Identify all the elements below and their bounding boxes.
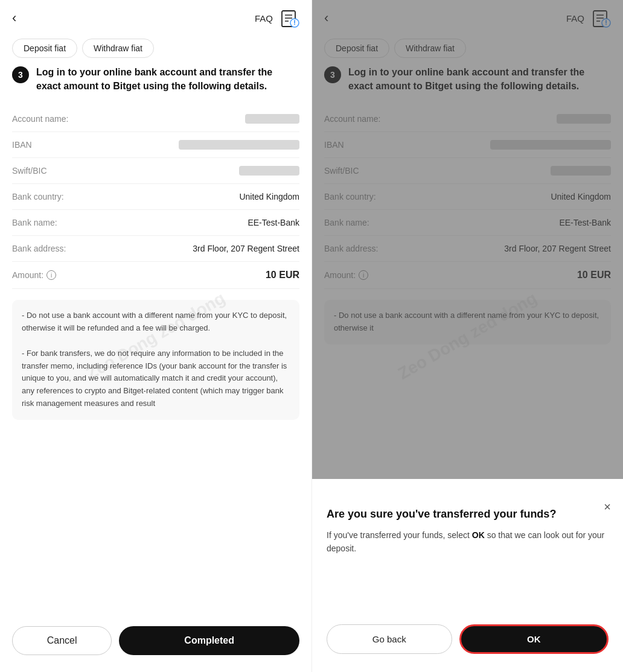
ok-button[interactable]: OK (459, 624, 609, 654)
left-tab-withdraw[interactable]: Withdraw fiat (82, 39, 154, 58)
right-panel: Zeo Dong zed dong ‹ FAQ Deposit fiat Wit… (312, 0, 623, 672)
right-tab-withdraw[interactable]: Withdraw fiat (394, 39, 466, 58)
right-detail-bank-address: Bank address: 3rd Floor, 207 Regent Stre… (324, 236, 611, 262)
right-step-number: 3 (324, 66, 341, 83)
detail-swift: Swift/BIC (12, 158, 299, 184)
right-detail-amount-value: 10 EUR (577, 270, 611, 281)
right-header-right: FAQ (566, 8, 611, 28)
left-header-icon[interactable] (280, 8, 299, 28)
completed-button[interactable]: Completed (119, 626, 299, 655)
right-detail-iban-label: IBAN (324, 140, 344, 150)
left-tabs: Deposit fiat Withdraw fiat (0, 34, 312, 65)
right-amount-info-icon[interactable]: i (359, 270, 368, 280)
right-detail-iban: IBAN (324, 132, 611, 158)
detail-swift-value (239, 166, 299, 176)
right-detail-bank-name-label: Bank name: (324, 218, 369, 227)
left-bottom-bar: Cancel Completed (0, 618, 312, 672)
amount-info-icon[interactable]: i (46, 270, 56, 280)
detail-account-name-value (245, 114, 299, 124)
detail-bank-country-value: United Kingdom (239, 192, 299, 201)
right-detail-account-name: Account name: (324, 106, 611, 132)
right-detail-bank-address-label: Bank address: (324, 244, 379, 253)
detail-iban-label: IBAN (12, 140, 32, 150)
detail-bank-name: Bank name: EE-Test-Bank (12, 210, 299, 236)
right-back-button[interactable]: ‹ (324, 10, 328, 26)
right-detail-bank-country-value: United Kingdom (551, 192, 611, 201)
modal-title: Are you sure you've transferred your fun… (327, 508, 609, 521)
left-faq-label[interactable]: FAQ (255, 13, 273, 24)
detail-amount-label: Amount: i (12, 270, 56, 280)
right-detail-swift-value (551, 166, 611, 176)
detail-amount: Amount: i 10 EUR (12, 262, 299, 289)
left-step-header: 3 Log in to your online bank account and… (12, 65, 299, 93)
svg-point-13 (605, 24, 607, 25)
right-detail-account-name-label: Account name: (324, 114, 380, 124)
detail-bank-address: Bank address: 3rd Floor, 207 Regent Stre… (12, 236, 299, 262)
detail-bank-country: Bank country: United Kingdom (12, 184, 299, 210)
detail-account-name: Account name: (12, 106, 299, 132)
right-detail-bank-name-value: EE-Test-Bank (559, 218, 611, 227)
detail-amount-value: 10 EUR (266, 270, 299, 281)
left-back-button[interactable]: ‹ (12, 10, 16, 26)
detail-bank-name-label: Bank name: (12, 218, 57, 227)
left-header: ‹ FAQ (0, 0, 312, 34)
right-detail-iban-value (490, 140, 611, 150)
right-step-header: 3 Log in to your online bank account and… (324, 65, 611, 93)
right-header-icon[interactable] (592, 8, 611, 28)
cancel-button[interactable]: Cancel (12, 626, 112, 655)
detail-bank-address-value: 3rd Floor, 207 Regent Street (193, 244, 299, 253)
right-detail-amount-label: Amount: i (324, 270, 368, 280)
right-notice: - Do not use a bank account with a diffe… (324, 300, 611, 344)
right-detail-bank-country-label: Bank country: (324, 192, 376, 201)
right-detail-swift-label: Swift/BIC (324, 166, 359, 176)
right-detail-bank-country: Bank country: United Kingdom (324, 184, 611, 210)
left-header-right: FAQ (255, 8, 299, 28)
right-tabs: Deposit fiat Withdraw fiat (312, 34, 623, 65)
right-detail-bank-name: Bank name: EE-Test-Bank (324, 210, 611, 236)
detail-iban-value (179, 140, 299, 150)
go-back-button[interactable]: Go back (327, 624, 452, 654)
left-panel: Zeo Dong zed dong ‹ FAQ Deposit fiat Wit… (0, 0, 312, 672)
right-tab-deposit[interactable]: Deposit fiat (324, 39, 389, 58)
left-content: 3 Log in to your online bank account and… (0, 65, 312, 618)
right-detail-account-name-value (557, 114, 611, 124)
right-header: ‹ FAQ (312, 0, 623, 34)
detail-bank-country-label: Bank country: (12, 192, 64, 201)
detail-bank-name-value: EE-Test-Bank (248, 218, 299, 227)
detail-bank-address-label: Bank address: (12, 244, 66, 253)
modal-body: If you've transferred your funds, select… (327, 529, 609, 615)
detail-swift-label: Swift/BIC (12, 166, 47, 176)
modal-buttons: Go back OK (327, 624, 609, 654)
left-step-title: Log in to your online bank account and t… (36, 65, 299, 93)
left-step-number: 3 (12, 66, 29, 83)
right-faq-label[interactable]: FAQ (566, 13, 584, 24)
modal-sheet: × Are you sure you've transferred your f… (312, 491, 623, 672)
right-detail-bank-address-value: 3rd Floor, 207 Regent Street (504, 244, 611, 253)
svg-point-6 (294, 24, 295, 25)
right-detail-swift: Swift/BIC (324, 158, 611, 184)
left-tab-deposit[interactable]: Deposit fiat (12, 39, 77, 58)
detail-account-name-label: Account name: (12, 114, 68, 124)
left-notice: - Do not use a bank account with a diffe… (12, 300, 299, 419)
modal-close-button[interactable]: × (604, 501, 611, 513)
detail-iban: IBAN (12, 132, 299, 158)
right-step-title: Log in to your online bank account and t… (348, 65, 611, 93)
right-detail-amount: Amount: i 10 EUR (324, 262, 611, 289)
